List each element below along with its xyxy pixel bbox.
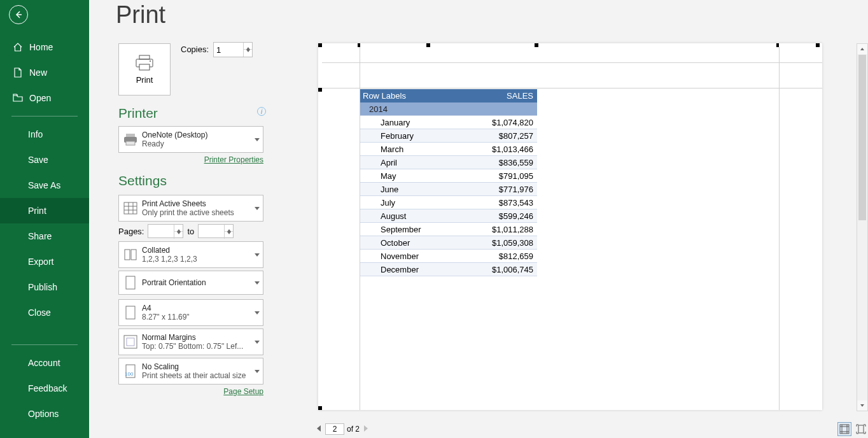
- scroll-thumb[interactable]: [858, 55, 866, 220]
- page-number-input[interactable]: [325, 423, 344, 435]
- prev-page-button[interactable]: [315, 423, 323, 435]
- print-preview: Row LabelsSALES2014January$1,074,820Febr…: [318, 43, 830, 411]
- backstage-sidebar: HomeNewOpen InfoSaveSave AsPrintShareExp…: [0, 0, 89, 438]
- printer-info-icon[interactable]: i: [257, 107, 266, 116]
- table-row: November$812,659: [360, 250, 537, 263]
- page-total-label: of 2: [347, 425, 360, 434]
- sidebar-item-home[interactable]: Home: [0, 34, 89, 60]
- table-row: February$807,257: [360, 129, 537, 143]
- pages-from-input[interactable]: [148, 225, 172, 237]
- svg-rect-14: [126, 276, 135, 289]
- show-margins-button[interactable]: [837, 422, 851, 436]
- pages-label: Pages:: [118, 227, 144, 236]
- sidebar-item-export[interactable]: Export: [0, 249, 89, 274]
- margins-dropdown[interactable]: Normal MarginsTop: 0.75" Bottom: 0.75" L…: [118, 328, 263, 355]
- print-button[interactable]: Print: [118, 43, 171, 95]
- pages-to-input[interactable]: [199, 225, 223, 237]
- copies-down[interactable]: [244, 50, 252, 57]
- sheets-icon: [119, 202, 142, 215]
- settings-section-title: Settings: [118, 173, 167, 188]
- sidebar-item-new[interactable]: New: [0, 60, 89, 85]
- sidebar-item-feedback[interactable]: Feedback: [0, 376, 89, 401]
- copies-label: Copies:: [181, 45, 209, 54]
- print-what-dropdown[interactable]: Print Active SheetsOnly print the active…: [118, 195, 263, 222]
- preview-scrollbar[interactable]: [857, 43, 868, 411]
- portrait-icon: [119, 276, 142, 290]
- page-title: Print: [116, 1, 165, 29]
- sidebar-item-publish[interactable]: Publish: [0, 274, 89, 300]
- doc-icon: [11, 67, 24, 78]
- collate-icon: [119, 248, 142, 261]
- svg-rect-19: [840, 425, 849, 434]
- svg-rect-5: [126, 134, 135, 137]
- table-row: April$836,559: [360, 156, 537, 169]
- svg-point-3: [150, 60, 151, 62]
- scroll-down[interactable]: [857, 400, 867, 411]
- folder-icon: [11, 94, 24, 102]
- printer-section-title: Printer: [118, 106, 158, 121]
- table-row: August$599,246: [360, 209, 537, 223]
- table-row: March$1,013,466: [360, 143, 537, 156]
- svg-rect-2: [139, 64, 150, 70]
- table-row: May$791,095: [360, 169, 537, 183]
- sidebar-item-save[interactable]: Save: [0, 147, 89, 173]
- zoom-to-page-button[interactable]: [854, 422, 868, 436]
- svg-rect-0: [139, 55, 150, 59]
- pages-to-label: to: [187, 227, 194, 236]
- orientation-dropdown[interactable]: Portrait Orientation: [118, 271, 263, 295]
- svg-rect-16: [124, 336, 137, 348]
- copies-up[interactable]: [244, 43, 252, 50]
- svg-rect-15: [126, 306, 135, 319]
- table-row: December$1,006,745: [360, 263, 537, 276]
- table-row: July$873,543: [360, 196, 537, 209]
- svg-rect-17: [127, 338, 134, 346]
- table-row: October$1,059,308: [360, 236, 537, 250]
- svg-rect-24: [858, 425, 864, 433]
- scaling-dropdown[interactable]: 100 No ScalingPrint sheets at their actu…: [118, 358, 263, 385]
- sidebar-item-open[interactable]: Open: [0, 85, 89, 111]
- sidebar-item-account[interactable]: Account: [0, 350, 89, 376]
- copies-input[interactable]: [214, 43, 239, 57]
- preview-page: Row LabelsSALES2014January$1,074,820Febr…: [318, 43, 822, 410]
- printer-properties-link[interactable]: Printer Properties: [118, 155, 263, 164]
- sidebar-item-print[interactable]: Print: [0, 198, 89, 223]
- back-button[interactable]: [9, 5, 28, 24]
- printer-dropdown[interactable]: OneNote (Desktop)Ready: [118, 126, 263, 153]
- paper-size-dropdown[interactable]: A48.27" x 11.69": [118, 299, 263, 326]
- next-page-button[interactable]: [362, 423, 370, 435]
- preview-data-table: Row LabelsSALES2014January$1,074,820Febr…: [360, 89, 537, 276]
- svg-rect-13: [131, 250, 136, 260]
- svg-rect-7: [124, 202, 137, 214]
- printer-icon: [119, 133, 142, 146]
- sidebar-item-share[interactable]: Share: [0, 223, 89, 249]
- sidebar-item-save-as[interactable]: Save As: [0, 173, 89, 198]
- copies-input-wrap: [213, 42, 253, 57]
- margins-icon: [119, 335, 142, 349]
- collate-dropdown[interactable]: Collated1,2,3 1,2,3 1,2,3: [118, 241, 263, 268]
- print-button-label: Print: [136, 75, 153, 85]
- table-row: January$1,074,820: [360, 116, 537, 129]
- home-icon: [11, 42, 24, 52]
- sidebar-item-info[interactable]: Info: [0, 122, 89, 147]
- paper-icon: [119, 306, 142, 320]
- sidebar-item-close[interactable]: Close: [0, 300, 89, 325]
- table-row: June$771,976: [360, 183, 537, 196]
- table-row: September$1,011,288: [360, 223, 537, 236]
- page-setup-link[interactable]: Page Setup: [118, 387, 263, 396]
- svg-rect-6: [126, 141, 135, 145]
- svg-rect-12: [125, 250, 130, 260]
- sidebar-item-options[interactable]: Options: [0, 401, 89, 427]
- scroll-up[interactable]: [857, 44, 867, 54]
- scaling-icon: 100: [119, 364, 142, 378]
- watermark: [753, 0, 849, 10]
